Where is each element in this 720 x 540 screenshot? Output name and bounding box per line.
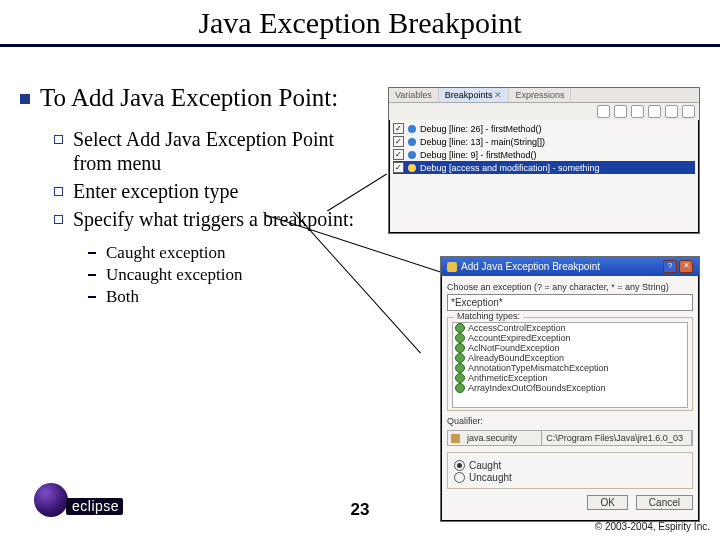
bullet-lvl1: To Add Java Exception Point: (16, 84, 371, 113)
tab-label: Variables (395, 90, 432, 100)
toolbar-icon[interactable] (665, 105, 678, 118)
breakpoint-label: Debug [access and modification] - someth… (420, 163, 600, 173)
uncaught-option[interactable]: Uncaught (454, 472, 686, 483)
breakpoint-icon (408, 151, 416, 159)
breakpoint-item[interactable]: ✓Debug [line: 26] - firstMethod() (393, 122, 695, 135)
dash-bullet-icon (88, 296, 96, 298)
package-icon (451, 434, 460, 443)
breakpoint-item[interactable]: ✓Debug [line: 13] - main(String[]) (393, 135, 695, 148)
class-icon (455, 373, 465, 383)
view-toolbar (389, 103, 699, 120)
group-title: Matching types: (454, 311, 523, 321)
list-item[interactable]: AlreadyBoundException (453, 353, 687, 363)
bullet-lvl2: Select Add Java Exception Point from men… (54, 127, 371, 175)
watchpoint-icon (408, 164, 416, 172)
item-label: AnnotationTypeMismatchException (468, 363, 609, 373)
hollow-square-icon (54, 215, 63, 224)
class-icon (455, 323, 465, 333)
java-icon (447, 262, 457, 272)
dialog-title: Add Java Exception Breakpoint (461, 261, 600, 272)
menu-dropdown-icon[interactable] (682, 105, 695, 118)
text-suffix: from menu (73, 152, 161, 174)
list-item[interactable]: AccountExpiredException (453, 333, 687, 343)
view-tabs: Variables Breakpoints✕ Expressions (389, 88, 699, 103)
list-item[interactable]: ArithmeticException (453, 373, 687, 383)
class-icon (455, 353, 465, 363)
matching-types-list[interactable]: AccessControlException AccountExpiredExc… (452, 322, 688, 408)
bullet-text: Specify what triggers a breakpoint: (73, 207, 354, 231)
checkbox-icon[interactable]: ✓ (393, 162, 404, 173)
hollow-square-icon (54, 135, 63, 144)
list-item[interactable]: AccessControlException (453, 323, 687, 333)
bullet-text: Select Add Java Exception Point from men… (73, 127, 371, 175)
checkbox-icon[interactable]: ✓ (393, 149, 404, 160)
prompt-label: Choose an exception (? = any character, … (447, 282, 693, 292)
slide-title: Java Exception Breakpoint (198, 6, 521, 39)
tab-breakpoints[interactable]: Breakpoints✕ (439, 88, 510, 102)
bullet-text: Enter exception type (73, 179, 239, 203)
text-prefix: Select (73, 128, 126, 150)
class-icon (455, 333, 465, 343)
tab-label: Breakpoints (445, 90, 493, 100)
list-item[interactable]: AnnotationTypeMismatchException (453, 363, 687, 373)
tab-expressions[interactable]: Expressions (509, 88, 571, 102)
suspend-options: Caught Uncaught (447, 452, 693, 489)
breakpoint-item-selected[interactable]: ✓Debug [access and modification] - somet… (393, 161, 695, 174)
item-label: AccessControlException (468, 323, 566, 333)
content-body: To Add Java Exception Point: Select Add … (16, 80, 371, 309)
dialog-titlebar: Add Java Exception Breakpoint ? ✕ (441, 257, 699, 276)
item-label: AccountExpiredException (468, 333, 571, 343)
dash-bullet-icon (88, 252, 96, 254)
text-em: Add Java Exception Point (126, 128, 334, 150)
breakpoints-list: ✓Debug [line: 26] - firstMethod() ✓Debug… (389, 120, 699, 176)
toolbar-icon[interactable] (597, 105, 610, 118)
close-icon[interactable]: ✕ (494, 90, 502, 100)
list-item[interactable]: AclNotFoundException (453, 343, 687, 353)
checkbox-icon[interactable]: ✓ (393, 123, 404, 134)
breakpoint-icon (408, 125, 416, 133)
qualifier-label: Qualifier: (447, 416, 693, 426)
option-label: Caught (469, 460, 501, 471)
toolbar-icon[interactable] (648, 105, 661, 118)
list-item[interactable]: ArrayIndexOutOfBoundsException (453, 383, 687, 393)
matching-types-group: Matching types: AccessControlException A… (447, 317, 693, 411)
caught-option[interactable]: Caught (454, 460, 686, 471)
bullet-text: Uncaught exception (106, 265, 242, 285)
dialog-body: Choose an exception (? = any character, … (441, 276, 699, 516)
title-bar: Java Exception Breakpoint (0, 0, 720, 47)
radio-icon (454, 472, 465, 483)
copyright: © 2003-2004, Espirity Inc. (595, 521, 710, 532)
class-icon (455, 343, 465, 353)
breakpoint-label: Debug [line: 13] - main(String[]) (420, 137, 545, 147)
item-label: AlreadyBoundException (468, 353, 564, 363)
breakpoint-label: Debug [line: 9] - firstMethod() (420, 150, 537, 160)
help-button[interactable]: ? (663, 260, 677, 273)
breakpoint-item[interactable]: ✓Debug [line: 9] - firstMethod() (393, 148, 695, 161)
toolbar-icon[interactable] (614, 105, 627, 118)
close-button[interactable]: ✕ (679, 260, 693, 273)
checkbox-icon[interactable]: ✓ (393, 136, 404, 147)
tab-variables[interactable]: Variables (389, 88, 439, 102)
hollow-square-icon (54, 187, 63, 196)
qualifier-path: C:\Program Files\Java\jre1.6.0_03 (542, 431, 692, 445)
breakpoint-icon (408, 138, 416, 146)
square-bullet-icon (20, 94, 30, 104)
dash-bullet-icon (88, 274, 96, 276)
page-number: 23 (0, 500, 720, 520)
qualifier-box: java.security C:\Program Files\Java\jre1… (447, 430, 693, 446)
exception-filter-input[interactable]: *Exception* (447, 294, 693, 311)
toolbar-icon[interactable] (631, 105, 644, 118)
breakpoint-label: Debug [line: 26] - firstMethod() (420, 124, 542, 134)
radio-checked-icon (454, 460, 465, 471)
item-label: ArithmeticException (468, 373, 548, 383)
tab-label: Expressions (515, 90, 564, 100)
input-value: *Exception* (451, 297, 503, 308)
item-label: AclNotFoundException (468, 343, 560, 353)
add-exception-dialog: Add Java Exception Breakpoint ? ✕ Choose… (440, 256, 700, 522)
bullet-text: Caught exception (106, 243, 225, 263)
bullet-lvl2: Specify what triggers a breakpoint: (54, 207, 371, 231)
bullet-lvl2: Enter exception type (54, 179, 371, 203)
bullet-lvl3: Uncaught exception (88, 265, 371, 285)
bullet-text: Both (106, 287, 139, 307)
breakpoints-view-screenshot: Variables Breakpoints✕ Expressions ✓Debu… (388, 87, 700, 234)
